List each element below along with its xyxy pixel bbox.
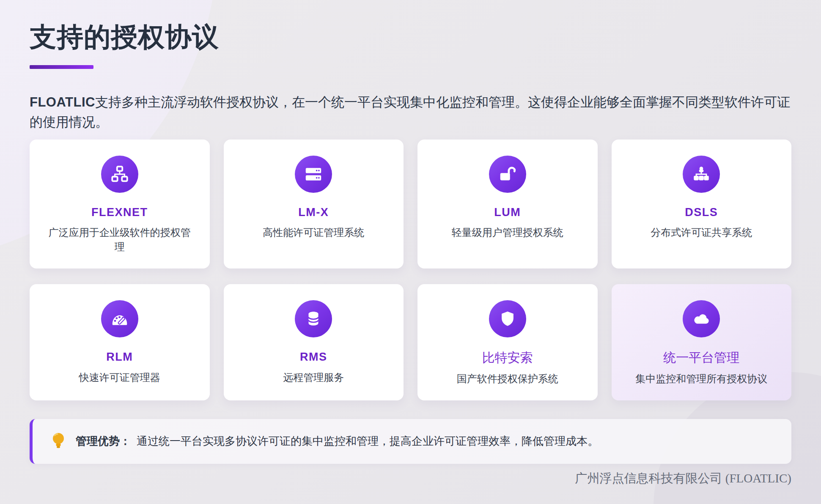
slide: 支持的授权协议 FLOATLIC支持多种主流浮动软件授权协议，在一个统一平台实现… [0,0,821,504]
card-desc: 轻量级用户管理授权系统 [435,225,580,240]
card-desc: 远程管理服务 [242,370,386,385]
advantage-note-label: 管理优势： [76,435,131,447]
company-footer: 广州浮点信息科技有限公司 (FLOATLIC) [30,470,791,487]
card-title: RMS [242,350,386,364]
lum-icon-circle [489,156,526,193]
page-title: 支持的授权协议 [30,21,791,54]
card-desc: 广泛应用于企业级软件的授权管理 [47,225,192,254]
card-desc: 快速许可证管理器 [47,370,192,385]
database-icon [304,309,323,329]
rms-icon-circle [295,300,332,337]
card-desc: 分布式许可证共享系统 [629,225,774,240]
card-desc: 高性能许可证管理系统 [242,225,386,240]
card-title: RLM [47,350,192,364]
card-bitanso: 比特安索 国产软件授权保护系统 [417,284,598,400]
protocol-cards-grid: FLEXNET 广泛应用于企业级软件的授权管理 LM-X 高性能许可证管理系统 [30,140,791,400]
shield-icon [498,309,517,329]
card-title: 比特安索 [435,350,580,365]
dsls-icon-circle [683,156,720,193]
card-desc: 集中监控和管理所有授权协议 [629,372,774,386]
card-lmx: LM-X 高性能许可证管理系统 [224,140,404,268]
flexnet-icon-circle [101,156,138,193]
card-title: LM-X [242,205,386,219]
title-underline-bar [30,65,93,69]
card-flexnet: FLEXNET 广泛应用于企业级软件的授权管理 [30,140,210,268]
slide-content: 支持的授权协议 FLOATLIC支持多种主流浮动软件授权协议，在一个统一平台实现… [0,21,821,487]
lmx-icon-circle [295,156,332,193]
rlm-icon-circle [101,300,138,337]
card-unified-platform: 统一平台管理 集中监控和管理所有授权协议 [612,284,792,400]
card-rlm: RLM 快速许可证管理器 [30,284,210,400]
brand-name: FLOATLIC [30,95,95,110]
bitanso-icon-circle [489,300,526,337]
lock-open-icon [498,164,517,184]
lightbulb-icon [51,432,66,451]
cloud-icon [692,309,711,329]
sitemap-icon [110,164,129,184]
card-title: 统一平台管理 [629,350,774,365]
card-title: FLEXNET [47,205,192,219]
gauge-icon [110,309,129,329]
intro-paragraph: FLOATLIC支持多种主流浮动软件授权协议，在一个统一平台实现集中化监控和管理… [30,92,791,132]
intro-text: 支持多种主流浮动软件授权协议，在一个统一平台实现集中化监控和管理。这使得企业能够… [30,95,790,129]
card-lum: LUM 轻量级用户管理授权系统 [417,140,598,268]
unified-platform-icon-circle [683,300,720,337]
advantage-note: 管理优势：通过统一平台实现多协议许可证的集中监控和管理，提高企业许可证管理效率，… [30,419,791,464]
card-title: LUM [435,205,580,219]
card-title: DSLS [629,205,774,219]
advantage-note-text: 管理优势：通过统一平台实现多协议许可证的集中监控和管理，提高企业许可证管理效率，… [76,434,599,449]
hierarchy-icon [692,164,711,184]
card-rms: RMS 远程管理服务 [224,284,404,400]
card-desc: 国产软件授权保护系统 [435,372,580,386]
card-dsls: DSLS 分布式许可证共享系统 [612,140,792,268]
server-icon [304,164,323,184]
